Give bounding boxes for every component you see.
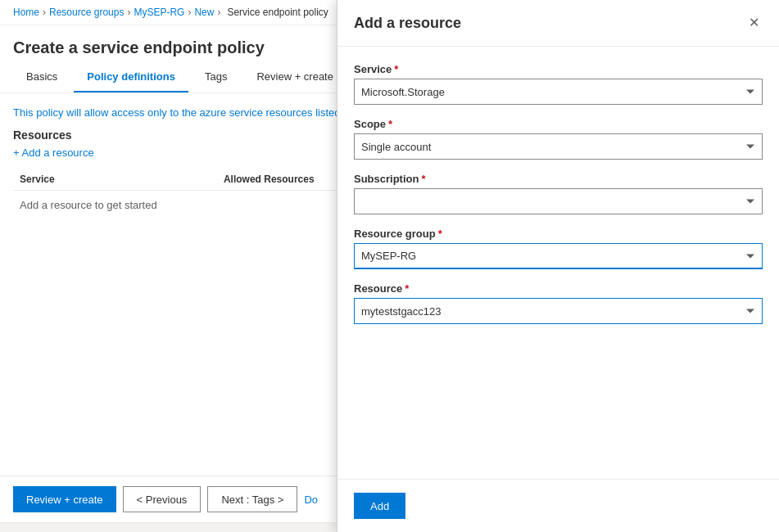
subscription-select-wrapper — [354, 188, 763, 214]
resource-group-required: * — [438, 228, 442, 240]
panel-header: Add a resource ✕ — [337, 0, 779, 47]
breadcrumb-new[interactable]: New — [194, 7, 214, 18]
scope-label: Scope * — [354, 118, 763, 130]
resource-group-select[interactable]: MySEP-RG — [354, 243, 763, 269]
service-select[interactable]: Microsoft.Storage — [354, 79, 763, 105]
col-service: Service — [13, 169, 217, 191]
resource-label: Resource * — [354, 282, 763, 295]
add-resource-link[interactable]: + Add a resource — [13, 147, 94, 159]
tab-tags[interactable]: Tags — [192, 64, 240, 92]
add-button[interactable]: Add — [354, 493, 405, 519]
service-required: * — [394, 63, 398, 75]
resource-select[interactable]: myteststgacc123 — [354, 298, 763, 324]
subscription-required: * — [421, 173, 425, 185]
review-create-button[interactable]: Review + create — [13, 486, 116, 512]
close-panel-button[interactable]: ✕ — [745, 13, 763, 33]
breadcrumb-resource-groups[interactable]: Resource groups — [49, 7, 124, 18]
scope-field-group: Scope * Single account All accounts in s… — [354, 118, 763, 160]
panel-footer: Add — [337, 479, 779, 532]
service-label: Service * — [354, 63, 763, 75]
breadcrumb-mysep-rg[interactable]: MySEP-RG — [134, 7, 184, 18]
scope-required: * — [388, 118, 392, 130]
resource-required: * — [405, 282, 409, 295]
tab-basics[interactable]: Basics — [13, 64, 70, 92]
do-link[interactable]: Do — [304, 494, 318, 506]
resource-group-select-wrapper: MySEP-RG — [354, 243, 763, 269]
subscription-label: Subscription * — [354, 173, 763, 185]
scope-select[interactable]: Single account All accounts in subscript… — [354, 133, 763, 160]
subscription-select[interactable] — [354, 188, 763, 214]
resource-group-field-group: Resource group * MySEP-RG — [354, 228, 763, 269]
panel-content: Service * Microsoft.Storage Scope * Sing… — [337, 47, 779, 479]
resource-select-wrapper: myteststgacc123 — [354, 298, 763, 324]
tab-review-create[interactable]: Review + create — [243, 64, 346, 92]
breadcrumb-home[interactable]: Home — [13, 7, 39, 18]
previous-button[interactable]: < Previous — [123, 486, 202, 512]
side-panel: Add a resource ✕ Service * Microsoft.Sto… — [337, 0, 779, 532]
resource-field-group: Resource * myteststgacc123 — [354, 282, 763, 324]
breadcrumb-current: Service endpoint policy — [227, 7, 328, 18]
service-field-group: Service * Microsoft.Storage — [354, 63, 763, 105]
resource-group-label: Resource group * — [354, 228, 763, 240]
panel-title: Add a resource — [354, 15, 461, 32]
tab-policy-definitions[interactable]: Policy definitions — [74, 64, 188, 92]
service-select-wrapper: Microsoft.Storage — [354, 79, 763, 105]
subscription-field-group: Subscription * — [354, 173, 763, 214]
scope-select-wrapper: Single account All accounts in subscript… — [354, 133, 763, 160]
next-button[interactable]: Next : Tags > — [207, 486, 297, 512]
